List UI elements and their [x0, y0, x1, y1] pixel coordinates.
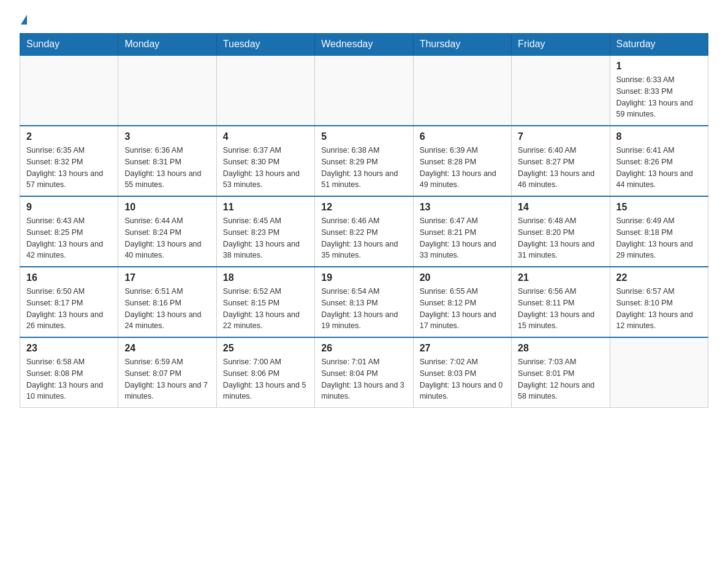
day-number: 15 [616, 202, 702, 213]
day-info: Sunrise: 6:33 AM Sunset: 8:33 PM Dayligh… [616, 74, 702, 120]
day-info: Sunrise: 6:58 AM Sunset: 8:08 PM Dayligh… [26, 356, 112, 402]
day-number: 24 [124, 343, 210, 354]
day-number: 6 [420, 131, 505, 142]
day-info: Sunrise: 6:55 AM Sunset: 8:12 PM Dayligh… [420, 286, 505, 332]
calendar-header-saturday: Saturday [610, 34, 708, 56]
calendar-cell [512, 55, 610, 126]
day-number: 9 [26, 202, 112, 213]
day-number: 21 [518, 272, 603, 283]
day-info: Sunrise: 7:02 AM Sunset: 8:03 PM Dayligh… [420, 356, 505, 402]
calendar-cell: 6Sunrise: 6:39 AM Sunset: 8:28 PM Daylig… [413, 126, 511, 196]
calendar-header-row: SundayMondayTuesdayWednesdayThursdayFrid… [20, 34, 708, 56]
calendar-cell [610, 337, 708, 408]
day-info: Sunrise: 6:59 AM Sunset: 8:07 PM Dayligh… [124, 356, 210, 402]
day-number: 16 [26, 272, 112, 283]
day-info: Sunrise: 6:38 AM Sunset: 8:29 PM Dayligh… [321, 145, 406, 191]
calendar-cell [216, 55, 314, 126]
calendar-cell: 14Sunrise: 6:48 AM Sunset: 8:20 PM Dayli… [512, 196, 610, 267]
calendar-cell: 24Sunrise: 6:59 AM Sunset: 8:07 PM Dayli… [118, 337, 216, 408]
calendar-cell: 4Sunrise: 6:37 AM Sunset: 8:30 PM Daylig… [216, 126, 314, 196]
day-number: 5 [321, 131, 406, 142]
calendar-header-wednesday: Wednesday [315, 34, 413, 56]
day-number: 4 [223, 131, 308, 142]
day-number: 23 [26, 343, 112, 354]
calendar-week-row: 1Sunrise: 6:33 AM Sunset: 8:33 PM Daylig… [20, 55, 708, 126]
calendar-cell [413, 55, 511, 126]
day-info: Sunrise: 6:46 AM Sunset: 8:22 PM Dayligh… [321, 215, 406, 261]
day-number: 8 [616, 131, 702, 142]
day-number: 22 [616, 272, 702, 283]
day-number: 18 [223, 272, 308, 283]
day-info: Sunrise: 6:49 AM Sunset: 8:18 PM Dayligh… [616, 215, 702, 261]
calendar-cell: 19Sunrise: 6:54 AM Sunset: 8:13 PM Dayli… [315, 267, 413, 337]
day-info: Sunrise: 6:36 AM Sunset: 8:31 PM Dayligh… [124, 145, 210, 191]
day-info: Sunrise: 6:48 AM Sunset: 8:20 PM Dayligh… [518, 215, 603, 261]
day-number: 7 [518, 131, 603, 142]
calendar-cell: 5Sunrise: 6:38 AM Sunset: 8:29 PM Daylig… [315, 126, 413, 196]
day-info: Sunrise: 6:39 AM Sunset: 8:28 PM Dayligh… [420, 145, 505, 191]
day-info: Sunrise: 6:47 AM Sunset: 8:21 PM Dayligh… [420, 215, 505, 261]
calendar-week-row: 2Sunrise: 6:35 AM Sunset: 8:32 PM Daylig… [20, 126, 708, 196]
calendar-cell: 9Sunrise: 6:43 AM Sunset: 8:25 PM Daylig… [20, 196, 118, 267]
day-number: 14 [518, 202, 603, 213]
day-info: Sunrise: 7:03 AM Sunset: 8:01 PM Dayligh… [518, 356, 603, 402]
calendar-cell: 20Sunrise: 6:55 AM Sunset: 8:12 PM Dayli… [413, 267, 511, 337]
day-info: Sunrise: 6:45 AM Sunset: 8:23 PM Dayligh… [223, 215, 308, 261]
calendar-cell: 27Sunrise: 7:02 AM Sunset: 8:03 PM Dayli… [413, 337, 511, 408]
calendar-cell [20, 55, 118, 126]
logo-text [20, 15, 27, 26]
calendar-cell: 26Sunrise: 7:01 AM Sunset: 8:04 PM Dayli… [315, 337, 413, 408]
calendar-cell: 17Sunrise: 6:51 AM Sunset: 8:16 PM Dayli… [118, 267, 216, 337]
day-info: Sunrise: 6:43 AM Sunset: 8:25 PM Dayligh… [26, 215, 112, 261]
day-info: Sunrise: 6:40 AM Sunset: 8:27 PM Dayligh… [518, 145, 603, 191]
day-info: Sunrise: 6:52 AM Sunset: 8:15 PM Dayligh… [223, 286, 308, 332]
day-info: Sunrise: 6:56 AM Sunset: 8:11 PM Dayligh… [518, 286, 603, 332]
calendar-cell: 3Sunrise: 6:36 AM Sunset: 8:31 PM Daylig… [118, 126, 216, 196]
day-info: Sunrise: 6:44 AM Sunset: 8:24 PM Dayligh… [124, 215, 210, 261]
day-number: 25 [223, 343, 308, 354]
day-number: 13 [420, 202, 505, 213]
calendar-cell: 10Sunrise: 6:44 AM Sunset: 8:24 PM Dayli… [118, 196, 216, 267]
calendar-cell: 1Sunrise: 6:33 AM Sunset: 8:33 PM Daylig… [610, 55, 708, 126]
day-info: Sunrise: 6:57 AM Sunset: 8:10 PM Dayligh… [616, 286, 702, 332]
calendar-header-tuesday: Tuesday [216, 34, 314, 56]
header [20, 15, 708, 26]
calendar-cell: 16Sunrise: 6:50 AM Sunset: 8:17 PM Dayli… [20, 267, 118, 337]
day-info: Sunrise: 7:01 AM Sunset: 8:04 PM Dayligh… [321, 356, 406, 402]
calendar-week-row: 9Sunrise: 6:43 AM Sunset: 8:25 PM Daylig… [20, 196, 708, 267]
calendar-header-friday: Friday [512, 34, 610, 56]
calendar-cell: 2Sunrise: 6:35 AM Sunset: 8:32 PM Daylig… [20, 126, 118, 196]
day-info: Sunrise: 6:41 AM Sunset: 8:26 PM Dayligh… [616, 145, 702, 191]
day-number: 19 [321, 272, 406, 283]
day-info: Sunrise: 6:50 AM Sunset: 8:17 PM Dayligh… [26, 286, 112, 332]
calendar-cell [118, 55, 216, 126]
day-number: 3 [124, 131, 210, 142]
day-info: Sunrise: 6:54 AM Sunset: 8:13 PM Dayligh… [321, 286, 406, 332]
day-number: 10 [124, 202, 210, 213]
calendar-cell: 22Sunrise: 6:57 AM Sunset: 8:10 PM Dayli… [610, 267, 708, 337]
calendar-cell: 12Sunrise: 6:46 AM Sunset: 8:22 PM Dayli… [315, 196, 413, 267]
calendar-cell: 11Sunrise: 6:45 AM Sunset: 8:23 PM Dayli… [216, 196, 314, 267]
day-number: 12 [321, 202, 406, 213]
calendar-table: SundayMondayTuesdayWednesdayThursdayFrid… [20, 33, 708, 408]
day-number: 11 [223, 202, 308, 213]
calendar-cell: 25Sunrise: 7:00 AM Sunset: 8:06 PM Dayli… [216, 337, 314, 408]
day-number: 27 [420, 343, 505, 354]
calendar-cell: 21Sunrise: 6:56 AM Sunset: 8:11 PM Dayli… [512, 267, 610, 337]
calendar-cell: 7Sunrise: 6:40 AM Sunset: 8:27 PM Daylig… [512, 126, 610, 196]
calendar-cell: 13Sunrise: 6:47 AM Sunset: 8:21 PM Dayli… [413, 196, 511, 267]
day-info: Sunrise: 6:51 AM Sunset: 8:16 PM Dayligh… [124, 286, 210, 332]
calendar-cell: 28Sunrise: 7:03 AM Sunset: 8:01 PM Dayli… [512, 337, 610, 408]
day-info: Sunrise: 6:37 AM Sunset: 8:30 PM Dayligh… [223, 145, 308, 191]
calendar-week-row: 16Sunrise: 6:50 AM Sunset: 8:17 PM Dayli… [20, 267, 708, 337]
calendar-cell: 18Sunrise: 6:52 AM Sunset: 8:15 PM Dayli… [216, 267, 314, 337]
logo [20, 15, 27, 26]
calendar-header-monday: Monday [118, 34, 216, 56]
day-number: 1 [616, 61, 702, 72]
day-number: 17 [124, 272, 210, 283]
calendar-cell: 8Sunrise: 6:41 AM Sunset: 8:26 PM Daylig… [610, 126, 708, 196]
day-number: 26 [321, 343, 406, 354]
calendar-cell: 23Sunrise: 6:58 AM Sunset: 8:08 PM Dayli… [20, 337, 118, 408]
day-number: 2 [26, 131, 112, 142]
calendar-header-sunday: Sunday [20, 34, 118, 56]
